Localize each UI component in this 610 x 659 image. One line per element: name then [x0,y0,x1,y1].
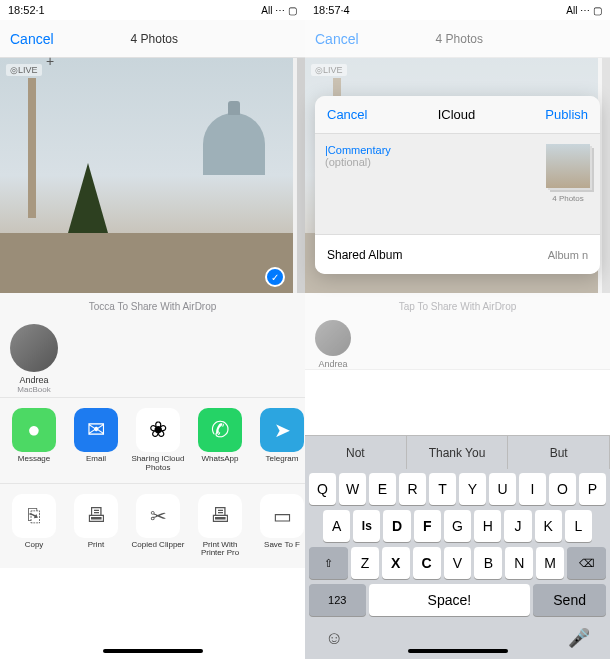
key-z[interactable]: Z [351,547,379,579]
keyboard-suggestions: Not Thank You But [305,435,610,469]
photo-content [0,233,293,293]
key-space[interactable]: Space! [369,584,531,616]
mic-icon[interactable]: 🎤 [568,627,590,649]
thumbnail-image [546,144,590,188]
key-v[interactable]: V [444,547,472,579]
key-j[interactable]: J [504,510,531,542]
key-k[interactable]: K [535,510,562,542]
photo-preview[interactable]: + ◎LIVE ✓ [0,58,305,293]
key-send[interactable]: Send [533,584,606,616]
share-sheet-screen: 18:52·1 All ⋯ ▢ Cancel 4 Photos + ◎LIVE … [0,0,305,659]
status-indicators: All ⋯ ▢ [566,5,602,16]
key-y[interactable]: Y [459,473,486,505]
emoji-icon[interactable]: ☺ [325,628,343,649]
action-label: Copied Clipper [132,541,185,550]
comment-optional: (optional) [325,156,371,168]
key-p[interactable]: P [579,473,606,505]
app-label: Sharing ICloud Photos [130,455,186,473]
action-label: Save To F [264,541,300,550]
home-indicator[interactable] [103,649,203,653]
telegram-icon: ➤ [260,408,304,452]
key-f[interactable]: F [414,510,441,542]
key-b[interactable]: B [474,547,502,579]
keyboard-row: Q W E R T Y U I O P [309,473,606,505]
key-shift[interactable]: ⇧ [309,547,348,579]
action-save-files[interactable]: ▭Save To F [254,494,305,559]
key-o[interactable]: O [549,473,576,505]
sheet-body: |Commentary (optional) 4 Photos [315,134,600,234]
contact-name: Andrea [19,375,48,385]
selected-check-icon[interactable]: ✓ [265,267,285,287]
airdrop-contact[interactable]: Andrea MacBook [10,324,58,394]
app-whatsapp[interactable]: ✆WhatsApp [192,408,248,473]
action-print[interactable]: 🖶Print [68,494,124,559]
app-label: Message [18,455,50,464]
action-label: Print [88,541,104,550]
plus-icon: + [46,53,54,69]
app-message[interactable]: ●Message [6,408,62,473]
action-clipper[interactable]: ✂Copied Clipper [130,494,186,559]
suggestion[interactable]: But [508,436,610,469]
shared-album-row[interactable]: Shared Album Album n [315,234,600,274]
photo-main[interactable]: + ◎LIVE ✓ [0,58,293,293]
keyboard-row: 123 Space! Send [309,584,606,616]
home-indicator[interactable] [408,649,508,653]
share-header: Cancel 4 Photos [305,20,610,58]
live-badge: ◎LIVE [6,64,42,76]
key-d[interactable]: D [383,510,410,542]
contact-name: Andrea [318,359,347,369]
app-telegram[interactable]: ➤Telegram [254,408,305,473]
key-m[interactable]: M [536,547,564,579]
sheet-title: ICloud [438,107,476,122]
sheet-cancel-button[interactable]: Cancel [327,107,367,122]
next-photo-peek[interactable] [297,58,305,293]
photo-content [203,113,265,175]
key-s[interactable]: Is [353,510,380,542]
key-h[interactable]: H [474,510,501,542]
key-g[interactable]: G [444,510,471,542]
comment-input[interactable]: |Commentary (optional) [325,144,391,224]
key-l[interactable]: L [565,510,592,542]
next-photo-peek [602,58,610,293]
folder-icon: ▭ [260,494,304,538]
airdrop-contacts: Andrea [305,320,610,370]
action-label: Print With Printer Pro [192,541,248,559]
key-q[interactable]: Q [309,473,336,505]
key-c[interactable]: C [413,547,441,579]
header-title: 4 Photos [436,32,483,46]
key-x[interactable]: X [382,547,410,579]
status-bar: 18:57·4 All ⋯ ▢ [305,0,610,20]
key-w[interactable]: W [339,473,366,505]
print-icon: 🖶 [74,494,118,538]
sheet-publish-button[interactable]: Publish [545,107,588,122]
key-u[interactable]: U [489,473,516,505]
header-title: 4 Photos [131,32,178,46]
suggestion[interactable]: Not [305,436,407,469]
key-r[interactable]: R [399,473,426,505]
key-i[interactable]: I [519,473,546,505]
photo-thumbnail[interactable]: 4 Photos [546,144,590,224]
keyboard-row: A Is D F G H J K L [309,510,606,542]
key-t[interactable]: T [429,473,456,505]
status-indicators: All ⋯ ▢ [261,5,297,16]
action-printer-pro[interactable]: 🖶Print With Printer Pro [192,494,248,559]
airdrop-hint: Tocca To Share With AirDrop [0,293,305,320]
whatsapp-icon: ✆ [198,408,242,452]
key-a[interactable]: A [323,510,350,542]
shared-album-label: Shared Album [327,248,402,262]
live-badge: ◎LIVE [311,64,347,76]
key-e[interactable]: E [369,473,396,505]
key-numbers[interactable]: 123 [309,584,366,616]
suggestion[interactable]: Thank You [407,436,509,469]
airdrop-hint: Tap To Share With AirDrop [305,293,610,320]
key-backspace[interactable]: ⌫ [567,547,606,579]
key-n[interactable]: N [505,547,533,579]
app-email[interactable]: ✉Email [68,408,124,473]
email-icon: ✉ [74,408,118,452]
icloud-post-sheet: Cancel ICloud Publish |Commentary (optio… [315,96,600,274]
cancel-button[interactable]: Cancel [10,31,54,47]
app-icloud-sharing[interactable]: ❀Sharing ICloud Photos [130,408,186,473]
app-label: WhatsApp [202,455,239,464]
action-copy[interactable]: ⎘Copy [6,494,62,559]
share-actions-row: ⎘Copy 🖶Print ✂Copied Clipper 🖶Print With… [0,483,305,569]
